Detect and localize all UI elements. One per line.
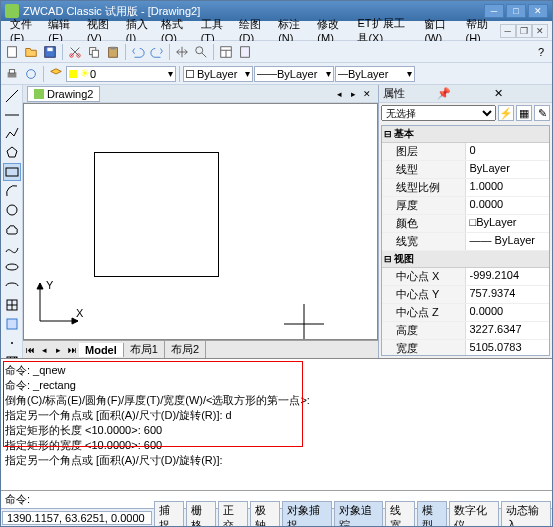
line-icon[interactable] — [3, 87, 21, 105]
status-对象捕捉[interactable]: 对象捕捉 — [282, 501, 332, 528]
command-log[interactable]: 命令: _qnew命令: _rectang倒角(C)/标高(E)/圆角(F)/厚… — [1, 359, 552, 490]
polygon-icon[interactable] — [3, 144, 21, 162]
prop-value[interactable]: 5105.0783 — [466, 340, 550, 356]
status-捕捉[interactable]: 捕捉 — [154, 501, 184, 528]
polyline-icon[interactable] — [3, 125, 21, 143]
color-dropdown[interactable]: ByLayer▾ — [183, 66, 253, 82]
undo-icon[interactable] — [129, 43, 147, 61]
property-grid[interactable]: 基本图层0线型ByLayer线型比例1.0000厚度0.0000颜色□ByLay… — [381, 125, 550, 356]
panel-pin-icon[interactable]: 📌 — [437, 87, 491, 100]
prop-group[interactable]: 基本 — [382, 126, 549, 143]
layout-next-icon[interactable]: ▸ — [51, 343, 65, 357]
cmd-line: 指定矩形的长度 <10.0000>: 600 — [5, 423, 548, 438]
prop-key: 线型比例 — [382, 179, 466, 196]
print-icon[interactable] — [3, 65, 21, 83]
layout2-tab[interactable]: 布局2 — [165, 341, 206, 358]
arc-icon[interactable] — [3, 182, 21, 200]
paste-icon[interactable] — [104, 43, 122, 61]
tab-prev-icon[interactable]: ◂ — [332, 87, 346, 101]
prop-value[interactable]: 0.0000 — [466, 197, 550, 214]
prop-value[interactable]: -999.2104 — [466, 268, 550, 285]
status-正交[interactable]: 正交 — [218, 501, 248, 528]
svg-rect-6 — [92, 50, 98, 57]
selection-dropdown[interactable]: 无选择 — [381, 105, 496, 121]
zoom-icon[interactable] — [192, 43, 210, 61]
prop-row[interactable]: 厚度0.0000 — [382, 197, 549, 215]
prop-value[interactable]: —— ByLayer — [466, 233, 550, 250]
layer-icon[interactable] — [47, 65, 65, 83]
prop-row[interactable]: 线宽—— ByLayer — [382, 233, 549, 251]
status-数字化仪[interactable]: 数字化仪 — [449, 501, 499, 528]
prop-group[interactable]: 视图 — [382, 251, 549, 268]
doc-tab[interactable]: Drawing2 — [27, 86, 100, 102]
properties-icon[interactable] — [217, 43, 235, 61]
prop-row[interactable]: 线型比例1.0000 — [382, 179, 549, 197]
coordinates[interactable]: 1390.1157, 63.6251, 0.0000 — [2, 511, 152, 525]
prop-value[interactable]: 1.0000 — [466, 179, 550, 196]
prop-value[interactable]: 757.9374 — [466, 286, 550, 303]
menu-bar: 文件(F) 编辑(E) 视图(V) 插入(I) 格式(O) 工具(T) 绘图(D… — [1, 21, 552, 41]
linetype-dropdown[interactable]: —— ByLayer▾ — [254, 66, 334, 82]
spline-icon[interactable] — [3, 239, 21, 257]
new-icon[interactable] — [3, 43, 21, 61]
preview-icon[interactable] — [22, 65, 40, 83]
close-button[interactable]: ✕ — [528, 4, 548, 18]
pickadd-icon[interactable]: ✎ — [534, 105, 550, 121]
tab-close-icon[interactable]: ✕ — [360, 87, 374, 101]
mdi-minimize-button[interactable]: ─ — [500, 24, 516, 38]
status-模型[interactable]: 模型 — [417, 501, 447, 528]
status-栅格[interactable]: 栅格 — [186, 501, 216, 528]
prop-row[interactable]: 高度3227.6347 — [382, 322, 549, 340]
panel-close-icon[interactable]: ✕ — [494, 87, 548, 100]
mdi-close-button[interactable]: ✕ — [532, 24, 548, 38]
prop-row[interactable]: 颜色□ByLayer — [382, 215, 549, 233]
prop-row[interactable]: 图层0 — [382, 143, 549, 161]
layout-first-icon[interactable]: ⏮ — [23, 343, 37, 357]
model-tab[interactable]: Model — [79, 343, 124, 357]
ellipsearc-icon[interactable] — [3, 277, 21, 295]
cut-icon[interactable] — [66, 43, 84, 61]
drawn-rectangle — [94, 152, 219, 277]
prop-row[interactable]: 宽度5105.0783 — [382, 340, 549, 356]
insert-icon[interactable] — [3, 296, 21, 314]
tab-next-icon[interactable]: ▸ — [346, 87, 360, 101]
prop-value[interactable]: 0 — [466, 143, 550, 160]
prop-value[interactable]: ByLayer — [466, 161, 550, 178]
prop-value[interactable]: 0.0000 — [466, 304, 550, 321]
prop-row[interactable]: 中心点 Y757.9374 — [382, 286, 549, 304]
status-线宽[interactable]: 线宽 — [385, 501, 415, 528]
ellipse-icon[interactable] — [3, 258, 21, 276]
status-极轴[interactable]: 极轴 — [250, 501, 280, 528]
prop-value[interactable]: □ByLayer — [466, 215, 550, 232]
layout-last-icon[interactable]: ⏭ — [65, 343, 79, 357]
layer-dropdown[interactable]: ☀ 0 ▾ — [66, 66, 176, 82]
drawing-canvas[interactable]: YX — [23, 103, 378, 340]
help-icon[interactable]: ? — [532, 43, 550, 61]
lineweight-dropdown[interactable]: — ByLayer▾ — [335, 66, 415, 82]
selectobj-icon[interactable]: ▦ — [516, 105, 532, 121]
pan-icon[interactable] — [173, 43, 191, 61]
mdi-restore-button[interactable]: ❐ — [516, 24, 532, 38]
xline-icon[interactable] — [3, 106, 21, 124]
block-icon[interactable] — [3, 315, 21, 333]
layout1-tab[interactable]: 布局1 — [124, 341, 165, 358]
prop-row[interactable]: 中心点 Z0.0000 — [382, 304, 549, 322]
copy-icon[interactable] — [85, 43, 103, 61]
status-对象追踪[interactable]: 对象追踪 — [334, 501, 384, 528]
prop-key: 中心点 Y — [382, 286, 466, 303]
prop-row[interactable]: 中心点 X-999.2104 — [382, 268, 549, 286]
layout-prev-icon[interactable]: ◂ — [37, 343, 51, 357]
maximize-button[interactable]: □ — [506, 4, 526, 18]
rectangle-icon[interactable] — [3, 163, 21, 181]
point-icon[interactable] — [3, 334, 21, 352]
calc-icon[interactable] — [236, 43, 254, 61]
prop-row[interactable]: 线型ByLayer — [382, 161, 549, 179]
status-动态输入[interactable]: 动态输入 — [501, 501, 551, 528]
prop-value[interactable]: 3227.6347 — [466, 322, 550, 339]
quickselect-icon[interactable]: ⚡ — [498, 105, 514, 121]
open-icon[interactable] — [22, 43, 40, 61]
circle-icon[interactable] — [3, 201, 21, 219]
save-icon[interactable] — [41, 43, 59, 61]
redo-icon[interactable] — [148, 43, 166, 61]
revcloud-icon[interactable] — [3, 220, 21, 238]
